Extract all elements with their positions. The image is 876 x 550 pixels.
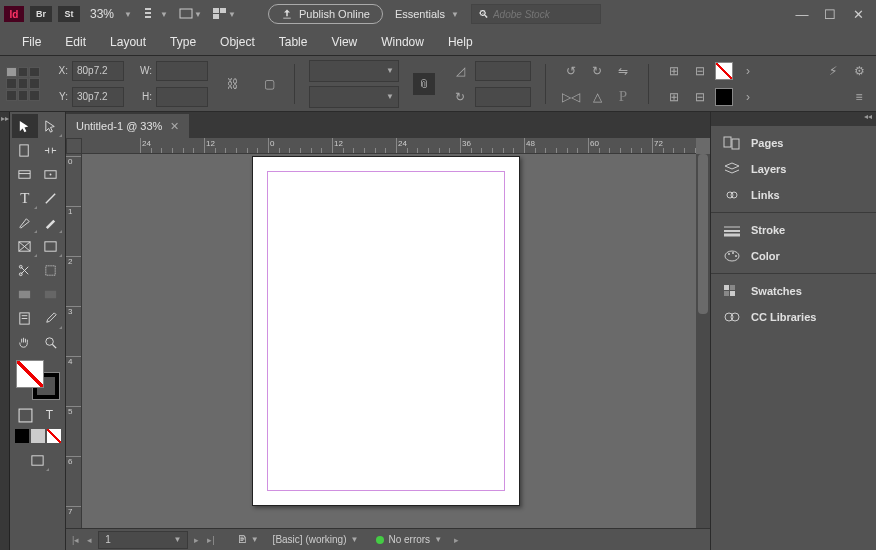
fill-box[interactable] <box>16 360 44 388</box>
rotate-cw-icon[interactable]: ↻ <box>586 60 608 82</box>
fill-swatch[interactable] <box>715 62 733 80</box>
rotate-field[interactable] <box>475 87 531 107</box>
scale-icon[interactable]: ▢ <box>258 73 280 95</box>
direct-selection-tool[interactable] <box>38 114 64 138</box>
menu-object[interactable]: Object <box>208 31 267 53</box>
line-tool[interactable] <box>38 186 64 210</box>
align-icon-1[interactable]: ⊞ <box>663 60 685 82</box>
constrain-link-icon[interactable]: ⛓︎ <box>222 73 244 95</box>
stock-search[interactable]: 🔍︎ <box>471 4 601 24</box>
apply-none[interactable] <box>47 429 61 443</box>
page-next-icon[interactable]: ▸ <box>192 535 201 545</box>
menu-help[interactable]: Help <box>436 31 485 53</box>
menu-layout[interactable]: Layout <box>98 31 158 53</box>
close-tab-icon[interactable]: ✕ <box>170 120 179 133</box>
menu-type[interactable]: Type <box>158 31 208 53</box>
bridge-badge[interactable]: Br <box>30 6 52 22</box>
align-icon-2[interactable]: ⊟ <box>689 60 711 82</box>
flip-h-icon[interactable]: ▷◁ <box>560 86 582 108</box>
menu-icon[interactable]: ≡ <box>848 86 870 108</box>
attachment-icon[interactable]: 📎︎ <box>413 73 435 95</box>
distribute-icon-2[interactable]: ⊟ <box>689 86 711 108</box>
content-placer-tool[interactable] <box>38 162 64 186</box>
canvas[interactable] <box>82 154 696 528</box>
hand-tool[interactable] <box>12 330 38 354</box>
panel-collapse-strip-left[interactable]: ▸▸ <box>0 112 10 550</box>
content-collector-tool[interactable] <box>12 162 38 186</box>
view-mode-icon[interactable] <box>26 448 50 472</box>
scroll-thumb[interactable] <box>698 154 708 314</box>
page-tool[interactable] <box>12 138 38 162</box>
menu-window[interactable]: Window <box>369 31 436 53</box>
zoom-tool[interactable] <box>38 330 64 354</box>
more-icon[interactable]: › <box>737 86 759 108</box>
expand-icon[interactable]: ▸ <box>452 535 461 545</box>
quick-apply-icon[interactable]: ⚡︎ <box>822 60 844 82</box>
flip-icon[interactable]: ⇋ <box>612 60 634 82</box>
more-icon[interactable]: › <box>737 60 759 82</box>
panel-stroke[interactable]: Stroke <box>711 217 876 243</box>
gap-tool[interactable] <box>38 138 64 162</box>
panel-cc-libraries[interactable]: CC Libraries <box>711 304 876 330</box>
menu-table[interactable]: Table <box>267 31 320 53</box>
menu-edit[interactable]: Edit <box>53 31 98 53</box>
page-last-icon[interactable]: ▸| <box>205 535 216 545</box>
page-prev-icon[interactable]: ◂ <box>85 535 94 545</box>
stroke-dropdown[interactable]: ▼ <box>309 86 399 108</box>
arrange-icon[interactable]: ▼ <box>210 3 238 25</box>
scrollbar-vertical[interactable] <box>696 154 710 528</box>
view-options-icon[interactable]: ▼ <box>142 3 170 25</box>
menu-view[interactable]: View <box>319 31 369 53</box>
distribute-icon-1[interactable]: ⊞ <box>663 86 685 108</box>
panel-pages[interactable]: Pages <box>711 130 876 156</box>
gradient-feather-tool[interactable] <box>38 282 64 306</box>
document-tab[interactable]: Untitled-1 @ 33% ✕ <box>66 114 189 138</box>
screen-mode-icon[interactable]: ▼ <box>176 3 204 25</box>
panel-layers[interactable]: Layers <box>711 156 876 182</box>
master-page-icon[interactable]: 🖹︎ <box>237 534 247 545</box>
free-transform-tool[interactable] <box>38 258 64 282</box>
rotate-ccw-icon[interactable]: ↺ <box>560 60 582 82</box>
pen-tool[interactable] <box>12 210 38 234</box>
p-icon[interactable]: P <box>612 86 634 108</box>
stroke-swatch[interactable] <box>715 88 733 106</box>
close-button[interactable]: ✕ <box>844 4 872 24</box>
rotate-icon[interactable]: ↻ <box>449 86 471 108</box>
zoom-select[interactable]: 33% ▼ <box>86 5 136 23</box>
w-field[interactable] <box>156 61 208 81</box>
note-tool[interactable] <box>12 306 38 330</box>
shear-field[interactable] <box>475 61 531 81</box>
stock-badge[interactable]: St <box>58 6 80 22</box>
h-field[interactable] <box>156 87 208 107</box>
settings-icon[interactable]: ⚙︎ <box>848 60 870 82</box>
panel-color[interactable]: Color <box>711 243 876 269</box>
page-first-icon[interactable]: |◂ <box>70 535 81 545</box>
y-field[interactable]: 30p7.2 <box>72 87 124 107</box>
chevron-down-icon[interactable]: ▼ <box>434 535 442 544</box>
apply-black[interactable] <box>15 429 29 443</box>
panel-collapse-strip-right[interactable]: ◂◂ <box>711 112 876 126</box>
format-container-icon[interactable] <box>16 406 36 424</box>
chevron-down-icon[interactable]: ▼ <box>351 535 359 544</box>
pencil-tool[interactable] <box>38 210 64 234</box>
stock-search-input[interactable] <box>493 9 593 20</box>
ruler-origin[interactable] <box>66 138 82 154</box>
scissors-tool[interactable] <box>12 258 38 282</box>
fill-stroke-control[interactable] <box>14 358 62 402</box>
minimize-button[interactable]: — <box>788 4 816 24</box>
type-tool[interactable]: T <box>12 186 38 210</box>
rectangle-tool[interactable] <box>38 234 64 258</box>
fill-dropdown[interactable]: ▼ <box>309 60 399 82</box>
apply-gradient[interactable] <box>31 429 45 443</box>
publish-online-button[interactable]: Publish Online <box>268 4 383 24</box>
eyedropper-tool[interactable] <box>38 306 64 330</box>
ruler-vertical[interactable]: 01234567 <box>66 154 82 528</box>
panel-swatches[interactable]: Swatches <box>711 278 876 304</box>
maximize-button[interactable]: ☐ <box>816 4 844 24</box>
reference-point-grid[interactable] <box>6 67 40 101</box>
format-text-icon[interactable]: T <box>40 406 60 424</box>
selection-tool[interactable] <box>12 114 38 138</box>
gradient-swatch-tool[interactable] <box>12 282 38 306</box>
shear-icon[interactable]: ◿ <box>449 60 471 82</box>
rectangle-frame-tool[interactable] <box>12 234 38 258</box>
